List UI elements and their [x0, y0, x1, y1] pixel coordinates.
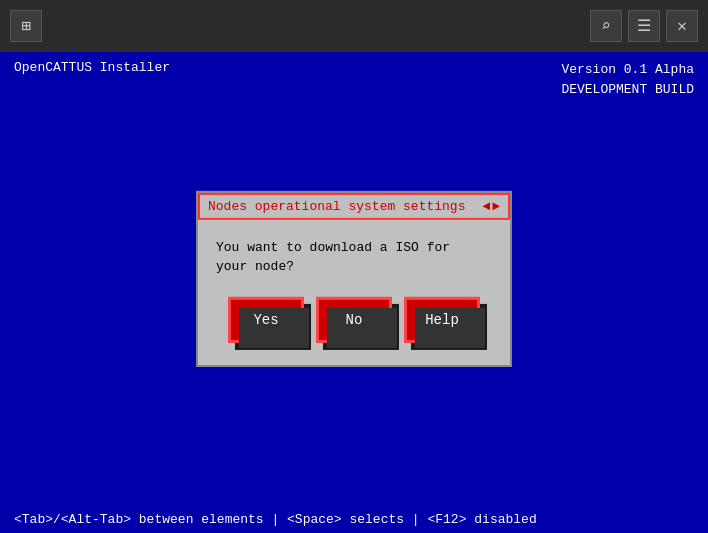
no-btn-wrapper: No [316, 296, 392, 342]
dialog-title: Nodes operational system settings [208, 198, 465, 213]
dialog-wrapper: Nodes operational system settings ◄ ► Yo… [196, 190, 512, 366]
status-bar: <Tab>/<Alt-Tab> between elements | <Spac… [0, 506, 708, 533]
menu-button[interactable]: ☰ [628, 10, 660, 42]
right-arrow-icon: ► [492, 198, 500, 213]
add-icon: ⊞ [21, 16, 31, 36]
version-line2: DEVELOPMENT BUILD [561, 80, 694, 100]
version-line1: Version 0.1 Alpha [561, 60, 694, 80]
help-btn-wrapper: Help [404, 296, 480, 342]
yes-button[interactable]: Yes [228, 296, 304, 342]
yes-btn-wrapper: Yes [228, 296, 304, 342]
add-tab-button[interactable]: ⊞ [10, 10, 42, 42]
terminal-area: OpenCATTUS Installer Version 0.1 Alpha D… [0, 52, 708, 533]
search-button[interactable]: ⌕ [590, 10, 622, 42]
dialog-arrows: ◄ ► [482, 198, 500, 213]
no-button[interactable]: No [316, 296, 392, 342]
left-arrow-icon: ◄ [482, 198, 490, 213]
search-icon: ⌕ [601, 16, 611, 36]
version-info: Version 0.1 Alpha DEVELOPMENT BUILD [561, 60, 694, 99]
help-button[interactable]: Help [404, 296, 480, 342]
dialog-content: You want to download a ISO for your node… [198, 219, 510, 364]
close-icon: ✕ [677, 16, 687, 36]
terminal-header: OpenCATTUS Installer Version 0.1 Alpha D… [14, 60, 694, 99]
status-text: <Tab>/<Alt-Tab> between elements | <Spac… [14, 512, 537, 527]
dialog-titlebar: Nodes operational system settings ◄ ► [198, 192, 510, 219]
title-bar-right: ⌕ ☰ ✕ [590, 10, 698, 42]
message-line2: your node? [216, 259, 294, 274]
dialog-message: You want to download a ISO for your node… [216, 237, 492, 276]
title-bar-left: ⊞ [10, 10, 42, 42]
close-button[interactable]: ✕ [666, 10, 698, 42]
menu-icon: ☰ [637, 16, 651, 36]
dialog-buttons: Yes No Help [216, 296, 492, 342]
message-line1: You want to download a ISO for [216, 239, 450, 254]
dialog-box: Nodes operational system settings ◄ ► Yo… [196, 190, 512, 366]
app-title: OpenCATTUS Installer [14, 60, 170, 99]
title-bar: ⊞ ⌕ ☰ ✕ [0, 0, 708, 52]
